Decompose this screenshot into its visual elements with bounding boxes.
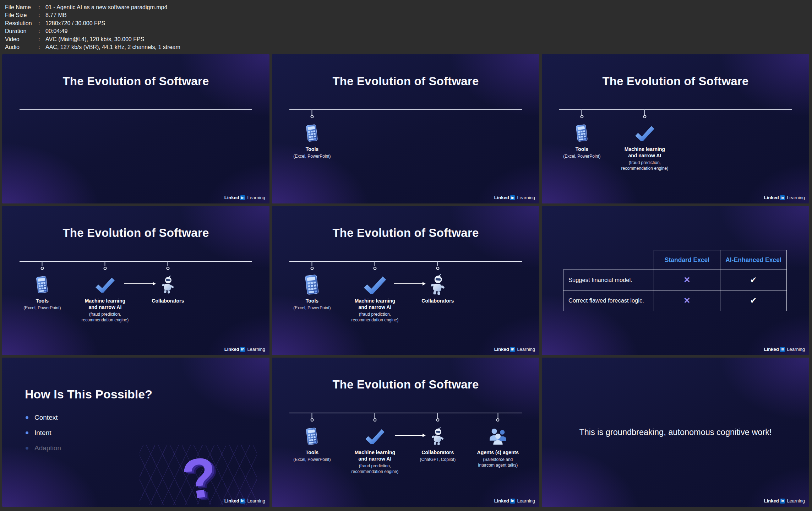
slide-timeline-collaborators-2: The Evolution of Software Tools (Excel, … (272, 206, 539, 355)
logo-learning-text: Learning (787, 195, 805, 200)
node-stem (644, 109, 645, 115)
checkmark-icon (606, 120, 683, 146)
meta-label: File Name (5, 4, 38, 11)
node-title: Agents (4) agents (460, 450, 536, 456)
bullet-dot-icon (26, 431, 28, 434)
timeline-node-collaborators: Collaborators (399, 261, 476, 304)
node-stem (375, 261, 375, 266)
timeline-node-ml: Machine learning and narrow AI (fraud pr… (606, 109, 683, 171)
linkedin-in-icon: in (240, 347, 246, 352)
linkedin-in-icon: in (780, 499, 785, 504)
logo-linked-text: Linked (494, 195, 509, 200)
meta-colon: : (38, 4, 43, 11)
linkedin-learning-logo: LinkedinLearning (764, 195, 805, 200)
meta-value: 00:04:49 (43, 27, 812, 35)
node-dot (373, 267, 376, 270)
row-label: Correct flawed forecast logic. (563, 290, 654, 311)
slide-title: How Is This Possible? (25, 387, 152, 401)
node-dot (310, 115, 314, 118)
robot-collaborator-icon (130, 272, 206, 298)
linkedin-learning-logo: LinkedinLearning (224, 498, 265, 504)
logo-learning-text: Learning (787, 498, 805, 504)
metadata-row: Duration:00:04:49 (5, 27, 812, 35)
metadata-row: Video:AVC (Main@L4), 120 kb/s, 30.000 FP… (5, 36, 812, 43)
node-title: Collaborators (399, 298, 476, 304)
slide-title: The Evolution of Software (272, 75, 539, 88)
bullet-label: Context (34, 414, 58, 422)
meta-label: Resolution (5, 20, 38, 27)
node-dot (40, 267, 44, 270)
node-title: Collaborators (130, 298, 206, 304)
calculator-icon (274, 120, 350, 146)
timeline-node-collaborators: Collaborators (130, 261, 206, 304)
slide-quote: This is groundbreaking, autonomous cogni… (542, 358, 809, 507)
metadata-row: Audio:AAC, 127 kb/s (VBR), 44.1 kHz, 2 c… (5, 43, 812, 51)
linkedin-learning-logo: LinkedinLearning (224, 347, 265, 352)
node-dot (103, 267, 107, 270)
linkedin-in-icon: in (510, 499, 516, 504)
logo-linked-text: Linked (764, 498, 779, 504)
node-stem (437, 261, 438, 266)
node-title: Machine learning and narrow AI (606, 146, 683, 159)
excel-comparison-table: Standard Excel AI-Enhanced Excel Suggest… (563, 250, 787, 311)
thumbnail-grid: The Evolution of Software LinkedinLearni… (0, 54, 812, 509)
slide-title: The Evolution of Software (272, 226, 539, 240)
meta-value: 01 - Agentic AI as a new software paradi… (43, 4, 812, 11)
check-icon: ✔ (720, 290, 787, 311)
row-label: Suggest financial model. (563, 270, 654, 290)
logo-linked-text: Linked (764, 347, 779, 352)
meta-label: Video (5, 36, 38, 43)
linkedin-learning-logo: LinkedinLearning (764, 347, 805, 352)
logo-linked-text: Linked (494, 498, 509, 504)
linkedin-learning-logo: LinkedinLearning (494, 498, 535, 504)
cross-icon: ✕ (654, 290, 720, 311)
metadata-row: File Size:8.77 MB (5, 11, 812, 19)
bullet-label: Adaption (34, 444, 61, 452)
metadata-row: Resolution:1280x720 / 30.000 FPS (5, 20, 812, 27)
node-stem (582, 109, 582, 115)
node-stem (312, 261, 312, 266)
meta-label: File Size (5, 11, 38, 19)
node-subtitle: (fraud prediction, recommendation engine… (337, 463, 413, 475)
logo-learning-text: Learning (247, 498, 265, 504)
node-dot (310, 267, 314, 270)
linkedin-in-icon: in (780, 347, 785, 352)
logo-linked-text: Linked (224, 347, 239, 352)
node-stem (437, 413, 438, 418)
bullet-label: Intent (34, 429, 51, 437)
timeline-line (20, 109, 252, 110)
linkedin-in-icon: in (240, 195, 246, 200)
meta-colon: : (38, 27, 43, 35)
slide-timeline-collaborators: The Evolution of Software Tools (Excel, … (2, 206, 269, 355)
linkedin-in-icon: in (510, 195, 516, 200)
meta-colon: : (38, 43, 43, 51)
slide-timeline-tools: The Evolution of Software Tools (Excel, … (272, 54, 539, 203)
node-dot (436, 267, 439, 270)
node-dot (496, 418, 500, 422)
node-dot (166, 267, 169, 270)
meta-label: Audio (5, 43, 38, 51)
table-row: Correct flawed forecast logic. ✕ ✔ (563, 290, 787, 311)
logo-linked-text: Linked (764, 195, 779, 200)
bullet-dot-icon (26, 447, 28, 450)
meta-colon: : (38, 20, 43, 27)
node-stem (375, 413, 375, 418)
logo-linked-text: Linked (494, 347, 509, 352)
node-stem (42, 261, 43, 266)
linkedin-in-icon: in (510, 347, 516, 352)
node-subtitle: (fraud prediction, recommendation engine… (337, 312, 413, 323)
linkedin-learning-logo: LinkedinLearning (494, 347, 535, 352)
node-dot (436, 418, 439, 422)
linkedin-learning-logo: LinkedinLearning (224, 195, 265, 200)
table-header-enhanced: AI-Enhanced Excel (720, 250, 787, 270)
node-dot (373, 418, 376, 422)
node-stem (312, 109, 312, 115)
table-header-standard: Standard Excel (654, 250, 720, 270)
linkedin-learning-logo: LinkedinLearning (494, 195, 535, 200)
meta-colon: : (38, 36, 43, 43)
node-subtitle: (fraud prediction, recommendation engine… (606, 160, 683, 172)
slide-timeline-ml: The Evolution of Software Tools (Excel, … (542, 54, 809, 203)
node-stem (105, 261, 105, 266)
slide-title: The Evolution of Software (272, 378, 539, 391)
node-title: Tools (274, 146, 350, 153)
